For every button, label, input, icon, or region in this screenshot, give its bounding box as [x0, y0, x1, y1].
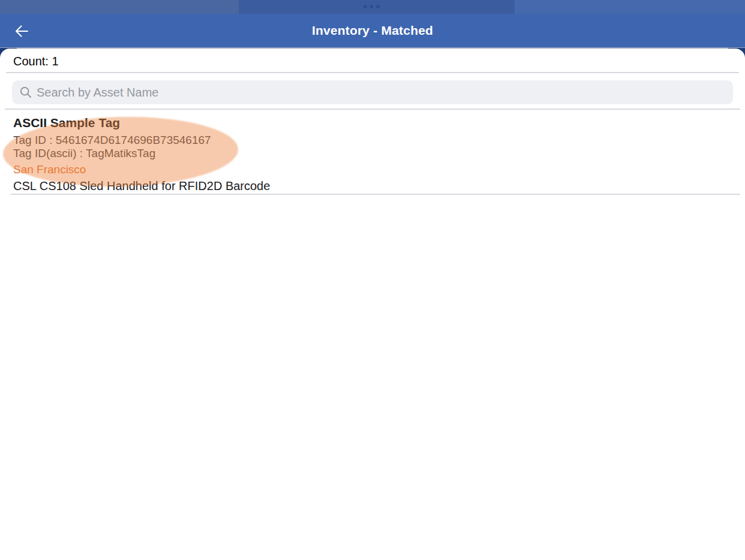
reader-device-label: CSL CS108 Sled Handheld for RFID2D Barco… [13, 179, 270, 193]
divider [11, 194, 740, 195]
multitasking-indicator-icon[interactable] [364, 5, 382, 8]
dot-icon [376, 5, 380, 8]
back-arrow-icon [14, 23, 29, 39]
dot-icon [370, 5, 374, 8]
inventory-list-item[interactable]: ASCII Sample Tag Tag ID : 5461674D617469… [0, 109, 745, 194]
app-screen: Inventory - Matched Count: 1 [0, 0, 745, 560]
inventory-sheet: Count: 1 ASCII Sample Tag Tag ID : 54616… [0, 49, 745, 560]
search-bar[interactable] [12, 80, 733, 104]
back-button[interactable] [11, 21, 32, 41]
page-title: Inventory - Matched [0, 14, 745, 47]
status-bar [0, 0, 745, 14]
status-bar-left-segment [0, 0, 239, 14]
location-label: San Francisco [13, 163, 86, 176]
search-input[interactable] [37, 86, 726, 100]
status-bar-right-segment [515, 0, 745, 14]
divider [6, 72, 739, 73]
tag-id-ascii-line: Tag ID(ascii) : TagMatiksTag [13, 147, 155, 160]
dot-icon [364, 5, 367, 8]
navigation-bar: Inventory - Matched [0, 14, 745, 47]
tag-id-line: Tag ID : 5461674D6174696B73546167 [13, 134, 211, 147]
search-icon [19, 86, 32, 99]
asset-name: ASCII Sample Tag [13, 116, 120, 130]
count-label: Count: 1 [13, 55, 59, 68]
